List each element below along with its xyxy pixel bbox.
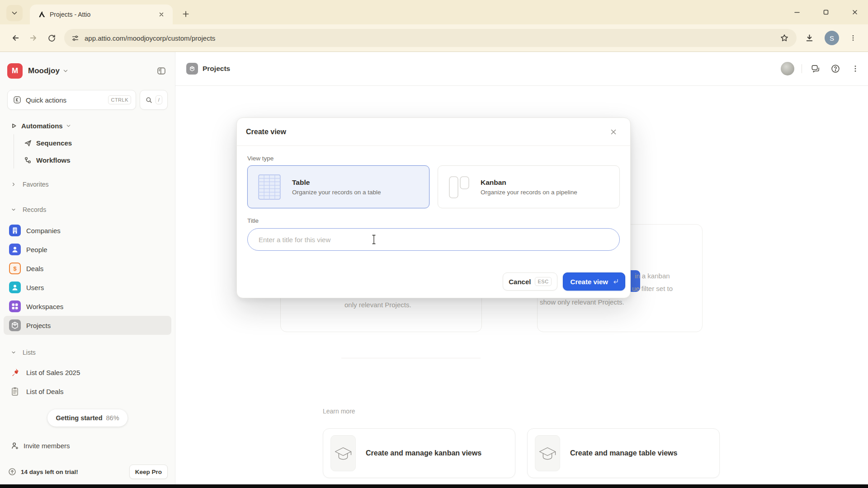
- title-field-label: Title: [247, 217, 620, 224]
- table-option-description: Organize your records on a table: [292, 189, 381, 196]
- automations-label: Automations: [21, 122, 63, 130]
- workspace-name: Moodjoy: [28, 66, 60, 75]
- people-label: People: [26, 246, 47, 253]
- sidebar: M Moodjoy Quick actions CTRLK /: [0, 52, 175, 484]
- sidebar-item-companies[interactable]: Companies: [4, 221, 171, 240]
- browser-tab[interactable]: Projects - Attio: [30, 5, 173, 24]
- attio-logo-icon: [38, 11, 45, 18]
- sidebar-section-lists[interactable]: Lists: [0, 346, 175, 359]
- search-shortcut: /: [156, 95, 163, 104]
- empty-state-text-left: only relevant Projects.: [344, 301, 411, 309]
- sidebar-item-list-of-deals[interactable]: List of Deals: [4, 382, 171, 401]
- tab-strip: Projects - Attio: [0, 0, 868, 24]
- modal-title: Create view: [246, 128, 286, 136]
- companies-label: Companies: [26, 227, 61, 235]
- tab-search-button[interactable]: [6, 5, 23, 21]
- more-options-button[interactable]: [849, 62, 862, 75]
- sequences-label: Sequences: [36, 139, 72, 147]
- bookmark-button[interactable]: [777, 30, 792, 46]
- create-view-label: Create view: [571, 278, 608, 286]
- getting-started-pill[interactable]: Getting started 86%: [47, 409, 127, 427]
- projects-label: Projects: [26, 322, 51, 329]
- window-close-button[interactable]: [848, 6, 862, 18]
- learn-more-kanban-label: Create and manage kanban views: [366, 449, 481, 457]
- sidebar-item-workflows[interactable]: Workflows: [14, 151, 175, 169]
- help-button[interactable]: [829, 62, 842, 75]
- sidebar-item-automations[interactable]: Automations: [0, 117, 175, 134]
- sidebar-item-sequences[interactable]: Sequences: [14, 134, 175, 151]
- upgrade-icon: [8, 468, 16, 476]
- toolbar-right: S: [802, 29, 862, 47]
- quick-actions-button[interactable]: Quick actions CTRLK: [7, 90, 136, 110]
- automations-children: Sequences Workflows: [14, 134, 175, 169]
- chat-button[interactable]: [809, 62, 822, 75]
- graduation-cap-icon: [535, 435, 560, 471]
- sidebar-collapse-button[interactable]: [155, 65, 168, 77]
- new-tab-button[interactable]: [179, 7, 193, 21]
- plus-icon: [182, 10, 190, 18]
- back-button[interactable]: [6, 29, 24, 47]
- reload-button[interactable]: [42, 29, 61, 47]
- play-icon: [10, 122, 18, 130]
- window-maximize-button[interactable]: [819, 6, 833, 18]
- invite-members-button[interactable]: Invite members: [0, 437, 175, 454]
- deals-label: Deals: [26, 265, 43, 272]
- screen: Projects - Attio app.attio.com/moodjoyco…: [0, 0, 868, 488]
- browser-profile-avatar[interactable]: S: [825, 31, 839, 45]
- site-settings-icon: [71, 34, 79, 42]
- quick-actions-label: Quick actions: [26, 96, 108, 104]
- content-area: only relevant Projects. in a kanban ue f…: [175, 86, 868, 484]
- keep-pro-button[interactable]: Keep Pro: [129, 465, 168, 479]
- sidebar-section-records[interactable]: Records: [0, 203, 175, 216]
- cancel-button[interactable]: Cancel ESC: [503, 272, 557, 291]
- sidebar-item-workspaces[interactable]: Workspaces: [4, 297, 171, 316]
- sidebar-item-projects[interactable]: Projects: [4, 316, 171, 335]
- view-type-table-option[interactable]: Table Organize your records on a table: [247, 165, 429, 208]
- quick-actions-shortcut: CTRLK: [108, 95, 131, 104]
- view-type-kanban-option[interactable]: Kanban Organize your records on a pipeli…: [438, 165, 620, 208]
- close-icon: [610, 128, 617, 136]
- maximize-icon: [822, 9, 830, 16]
- window-controls: [790, 6, 862, 18]
- sidebar-item-list-of-sales[interactable]: List of Sales 2025: [4, 363, 171, 382]
- chevron-down-icon: [11, 207, 16, 212]
- view-title-input[interactable]: [247, 228, 620, 251]
- kebab-menu-icon: [849, 34, 857, 42]
- main-panel: Projects: [175, 52, 868, 484]
- chevron-down-icon: [10, 9, 19, 17]
- attio-app: M Moodjoy Quick actions CTRLK /: [0, 52, 868, 484]
- sidebar-section-favorites[interactable]: Favorites: [0, 178, 175, 191]
- star-icon: [780, 34, 788, 42]
- user-avatar[interactable]: [781, 62, 794, 75]
- users-icon: [9, 282, 21, 293]
- modal-close-button[interactable]: [608, 126, 619, 138]
- favorites-label: Favorites: [23, 181, 49, 188]
- browser-toolbar: app.attio.com/moodjoycorp/custom/project…: [0, 24, 868, 52]
- cancel-label: Cancel: [509, 278, 531, 286]
- workflows-label: Workflows: [36, 156, 71, 164]
- sidebar-item-deals[interactable]: $ Deals: [4, 259, 171, 278]
- kebab-menu-icon: [851, 65, 859, 73]
- learn-more-card-table[interactable]: Create and manage table views: [527, 428, 720, 478]
- pushpin-icon: [9, 366, 21, 378]
- search-button[interactable]: /: [140, 90, 168, 110]
- sidebar-item-people[interactable]: People: [4, 240, 171, 259]
- deals-icon: $: [9, 263, 21, 274]
- downloads-button[interactable]: [802, 29, 816, 47]
- tab-close-button[interactable]: [156, 9, 166, 19]
- sidebar-item-users[interactable]: Users: [4, 278, 171, 297]
- quick-actions-row: Quick actions CTRLK /: [7, 90, 168, 110]
- view-type-label: View type: [247, 155, 620, 162]
- window-minimize-button[interactable]: [790, 6, 804, 18]
- workspace-logo: M: [7, 63, 23, 79]
- forward-button[interactable]: [24, 29, 42, 47]
- tab-title: Projects - Attio: [50, 11, 156, 18]
- workspace-switcher[interactable]: M Moodjoy: [0, 60, 175, 82]
- learn-more-card-kanban[interactable]: Create and manage kanban views: [323, 428, 515, 478]
- browser-chrome: Projects - Attio app.attio.com/moodjoyco…: [0, 0, 868, 52]
- close-icon: [851, 9, 859, 16]
- create-view-button[interactable]: Create view: [563, 272, 625, 291]
- list-of-deals-label: List of Deals: [26, 388, 64, 395]
- browser-menu-button[interactable]: [847, 29, 859, 47]
- address-bar[interactable]: app.attio.com/moodjoycorp/custom/project…: [64, 29, 797, 47]
